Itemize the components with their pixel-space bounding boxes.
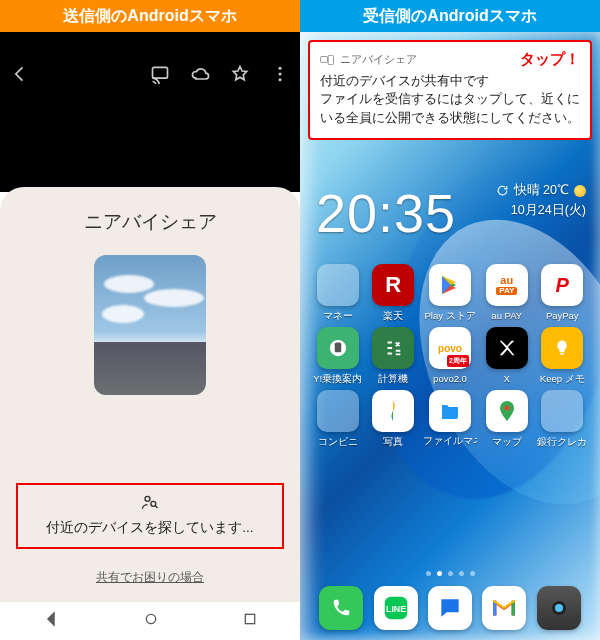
weather-widget[interactable]: 快晴 20℃ 10月24日(火) [496, 182, 586, 219]
tap-callout: タップ！ [520, 50, 580, 69]
svg-point-1 [279, 67, 282, 70]
svg-rect-12 [335, 343, 342, 353]
nearby-share-notification[interactable]: ニアバイシェア タップ！ 付近のデバイスが共有中です ファイルを受信するにはタッ… [308, 40, 592, 140]
moon-icon [574, 185, 586, 197]
nav-home-icon[interactable] [143, 611, 159, 631]
svg-point-2 [279, 73, 282, 76]
back-icon[interactable] [10, 64, 30, 84]
dock-line[interactable]: LINE [374, 586, 418, 630]
svg-point-4 [145, 496, 150, 501]
nearby-icon [320, 55, 334, 65]
sender-phone: ニアバイシェア 付近のデバイスを探しています... 共有でお困りの場合 [0, 32, 300, 640]
clock: 20:35 [316, 182, 456, 244]
nav-recent-icon[interactable] [242, 611, 258, 631]
app-konbini-folder[interactable]: コンビニ [312, 390, 364, 449]
svg-point-6 [146, 614, 155, 623]
searching-text: 付近のデバイスを探しています... [24, 519, 276, 537]
app-paypay[interactable]: PPayPay [537, 264, 589, 323]
star-icon[interactable] [230, 64, 250, 84]
photo-app-toolbar [0, 52, 300, 96]
notif-body: ファイルを受信するにはタップして、近くにいる全員に公開できる状態にしてください。 [320, 90, 580, 128]
svg-text:LINE: LINE [386, 604, 406, 614]
app-rakuten[interactable]: R楽天 [368, 264, 420, 323]
app-yahoo-transit[interactable]: Y!乗換案内 [312, 327, 364, 386]
svg-point-5 [151, 501, 156, 506]
sheet-title: ニアバイシェア [84, 209, 217, 235]
app-x[interactable]: X [481, 327, 533, 386]
cloud-icon[interactable] [190, 64, 210, 84]
svg-point-14 [504, 406, 509, 411]
receiver-phone: ニアバイシェア タップ！ 付近のデバイスが共有中です ファイルを受信するにはタッ… [300, 32, 600, 640]
weather-text: 快晴 20℃ [514, 182, 569, 199]
svg-point-3 [279, 78, 282, 81]
people-search-icon [139, 493, 161, 513]
date-text: 10月24日(火) [496, 202, 586, 219]
cast-icon[interactable] [150, 64, 170, 84]
dock-phone[interactable] [319, 586, 363, 630]
dock: LINE [300, 586, 600, 630]
app-aupay[interactable]: auPAYau PAY [481, 264, 533, 323]
app-keep[interactable]: Keep メモ [537, 327, 589, 386]
dock-camera[interactable] [537, 586, 581, 630]
searching-devices-row[interactable]: 付近のデバイスを探しています... [16, 483, 284, 549]
help-link[interactable]: 共有でお困りの場合 [96, 569, 204, 586]
left-banner: 送信側のAndroidスマホ [0, 0, 300, 32]
android-navbar [0, 602, 300, 640]
app-play-store[interactable]: Play ストア [423, 264, 477, 323]
home-grid: マネー R楽天 Play ストア auPAYau PAY PPayPay Y!乗… [300, 264, 600, 449]
dock-gmail[interactable] [482, 586, 526, 630]
app-file-manager[interactable]: ファイルマネージャー [423, 390, 477, 449]
svg-rect-9 [328, 55, 333, 64]
svg-rect-8 [321, 56, 328, 62]
dock-messages[interactable] [428, 586, 472, 630]
right-banner: 受信側のAndroidスマホ [300, 0, 600, 32]
app-bank-folder[interactable]: 銀行クレカ [537, 390, 589, 449]
app-photos[interactable]: 写真 [368, 390, 420, 449]
notif-title: 付近のデバイスが共有中です [320, 73, 580, 90]
nav-back-icon[interactable] [42, 610, 60, 632]
app-calculator[interactable]: 計算機 [368, 327, 420, 386]
svg-point-18 [555, 604, 563, 612]
refresh-icon [496, 184, 509, 197]
svg-rect-0 [153, 67, 168, 78]
app-maps[interactable]: マップ [481, 390, 533, 449]
app-povo[interactable]: povo2周年povo2.0 [423, 327, 477, 386]
nearby-share-sheet: ニアバイシェア 付近のデバイスを探しています... 共有でお困りの場合 [0, 187, 300, 602]
share-preview-thumbnail [94, 255, 206, 395]
more-icon[interactable] [270, 64, 290, 84]
notif-app-name: ニアバイシェア [320, 52, 417, 67]
svg-rect-13 [561, 353, 564, 355]
app-money-folder[interactable]: マネー [312, 264, 364, 323]
svg-rect-7 [246, 614, 255, 623]
page-indicator [300, 571, 600, 576]
